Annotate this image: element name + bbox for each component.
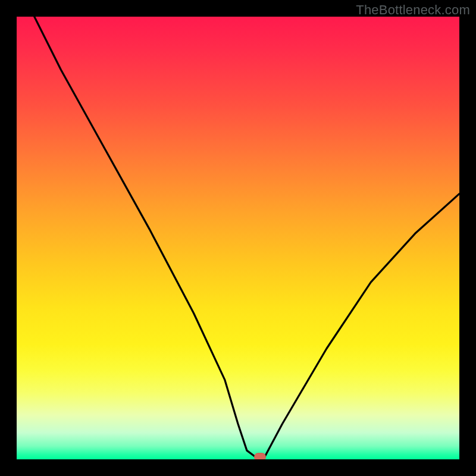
watermark-text: TheBottleneck.com: [356, 2, 470, 18]
curve-line: [35, 17, 459, 457]
bottleneck-curve: [17, 17, 459, 459]
chart-frame: TheBottleneck.com: [0, 0, 476, 476]
minimum-marker: [254, 453, 266, 459]
plot-area: [17, 17, 459, 459]
